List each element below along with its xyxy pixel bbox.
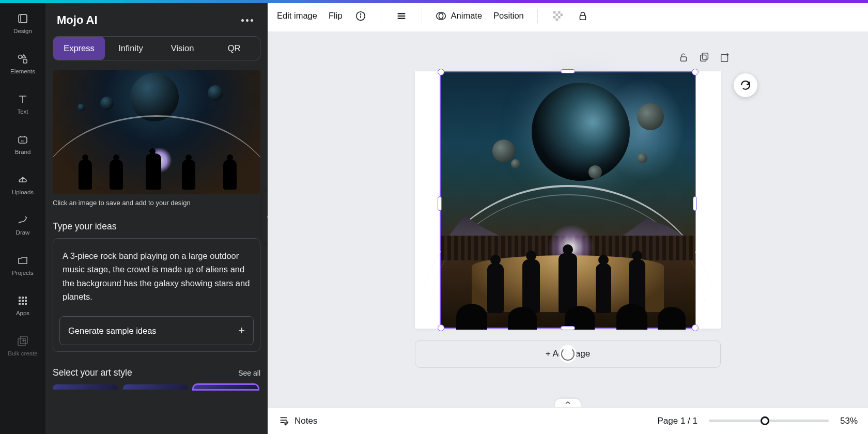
nav-label: Draw	[16, 229, 30, 236]
projects-icon	[17, 254, 29, 267]
generate-sample-button[interactable]: Generate sample ideas +	[59, 316, 254, 345]
ai-panel: Mojo AI Express Infinity Vision QR	[45, 0, 268, 434]
brand-icon: co	[17, 133, 29, 146]
nav-label: Elements	[10, 68, 35, 74]
see-all-link[interactable]: See all	[238, 369, 260, 377]
mode-tab-express[interactable]: Express	[53, 37, 105, 60]
design-icon	[17, 12, 29, 25]
svg-rect-15	[18, 338, 25, 346]
nav-projects[interactable]: Projects	[0, 252, 45, 278]
page-unlock-icon[interactable]	[678, 52, 689, 63]
notes-button[interactable]: Notes	[278, 415, 317, 427]
info-icon[interactable]	[354, 9, 367, 23]
notes-icon	[278, 415, 289, 427]
svg-rect-12	[19, 303, 21, 305]
svg-rect-3	[23, 59, 27, 63]
nav-label: Brand	[15, 149, 31, 155]
mode-tab-infinity[interactable]: Infinity	[105, 37, 157, 60]
svg-rect-29	[681, 57, 687, 61]
style-thumbnails	[53, 384, 260, 390]
nav-text[interactable]: Text	[0, 91, 45, 117]
zoom-value: 53%	[840, 416, 858, 426]
zoom-slider[interactable]	[709, 420, 829, 422]
nav-apps[interactable]: Apps	[0, 292, 45, 318]
svg-rect-0	[19, 14, 27, 23]
style-thumb[interactable]	[53, 384, 118, 390]
text-icon	[17, 93, 29, 105]
panel-more-button[interactable]	[238, 16, 256, 25]
nav-design[interactable]: Design	[0, 10, 45, 36]
svg-rect-26	[558, 16, 561, 19]
svg-rect-25	[553, 16, 556, 19]
style-thumb-selected[interactable]	[193, 384, 258, 390]
page-duplicate-icon[interactable]	[699, 52, 710, 63]
nav-draw[interactable]: Draw	[0, 212, 45, 238]
transparency-icon[interactable]	[551, 9, 565, 23]
nav-uploads[interactable]: Uploads	[0, 172, 45, 197]
draw-icon	[17, 214, 29, 226]
context-toolbar: Edit image Flip Animate Position	[268, 0, 868, 32]
svg-rect-27	[555, 18, 558, 21]
nav-label: Uploads	[12, 189, 34, 195]
lock-icon[interactable]	[576, 9, 590, 23]
svg-rect-14	[25, 303, 27, 305]
svg-rect-13	[22, 303, 24, 305]
nav-bulk-create[interactable]: Bulk create	[0, 333, 45, 359]
nav-label: Text	[17, 109, 28, 115]
page-indicator: Page 1 / 1	[657, 416, 698, 426]
status-bar: Notes Page 1 / 1 53%	[268, 407, 868, 434]
nav-label: Design	[13, 28, 32, 34]
panel-title: Mojo AI	[57, 13, 98, 27]
svg-rect-24	[560, 13, 563, 16]
edit-image-button[interactable]: Edit image	[277, 11, 317, 21]
elements-icon	[17, 53, 29, 65]
apps-icon	[17, 295, 29, 307]
nav-elements[interactable]: Elements	[0, 51, 45, 76]
add-page-button[interactable]: + Add page	[415, 340, 721, 368]
nav-brand[interactable]: co Brand	[0, 131, 45, 157]
uploads-icon	[17, 174, 29, 186]
bulk-icon	[17, 335, 29, 347]
svg-rect-28	[580, 16, 585, 20]
animate-button[interactable]: Animate	[436, 10, 483, 22]
svg-rect-9	[19, 300, 21, 302]
regenerate-button[interactable]	[734, 73, 757, 97]
flip-button[interactable]: Flip	[329, 11, 343, 21]
svg-rect-22	[558, 11, 561, 13]
svg-rect-11	[25, 300, 27, 302]
generate-label: Generate sample ideas	[68, 326, 157, 336]
style-thumb[interactable]	[123, 384, 188, 390]
loading-spinner-icon	[561, 347, 575, 361]
position-button[interactable]: Position	[493, 11, 524, 21]
canvas-area: Edit image Flip Animate Position	[268, 0, 868, 434]
generated-preview[interactable]	[53, 70, 260, 194]
svg-rect-21	[553, 11, 556, 13]
canvas-viewport[interactable]: + Add page	[268, 32, 868, 407]
svg-rect-31	[702, 53, 708, 59]
selected-image[interactable]	[441, 72, 695, 328]
mode-tab-vision[interactable]: Vision	[157, 37, 208, 60]
nav-label: Bulk create	[8, 350, 38, 357]
page-add-icon[interactable]	[719, 52, 731, 63]
design-page[interactable]	[415, 71, 721, 329]
svg-rect-10	[22, 300, 24, 302]
nav-label: Apps	[16, 310, 29, 316]
svg-rect-8	[25, 297, 27, 299]
svg-text:co: co	[21, 139, 25, 142]
style-label: Select your art style	[53, 367, 132, 378]
svg-rect-6	[19, 297, 21, 299]
ideas-label: Type your ideas	[53, 221, 260, 232]
mode-tabs: Express Infinity Vision QR	[53, 36, 260, 60]
svg-rect-1	[21, 14, 27, 23]
plus-icon: +	[238, 324, 245, 337]
mode-tab-qr[interactable]: QR	[208, 37, 260, 60]
list-icon[interactable]	[395, 9, 408, 23]
svg-rect-7	[22, 297, 24, 299]
preview-hint: Click an image to save and add to your d…	[53, 199, 260, 207]
nav-sidebar: Design Elements Text co Brand Uploads Dr…	[0, 0, 45, 434]
scroll-indicator[interactable]	[555, 399, 581, 407]
nav-label: Projects	[12, 270, 34, 276]
svg-point-18	[360, 13, 361, 14]
svg-rect-30	[701, 55, 706, 61]
prompt-input[interactable]: A 3-piece rock band playing on a large o…	[57, 243, 256, 315]
